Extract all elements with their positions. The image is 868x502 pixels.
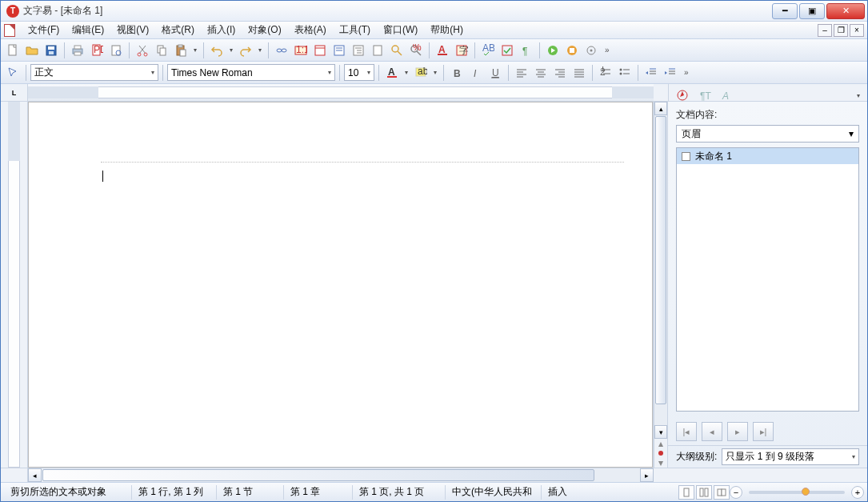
menu-help[interactable]: 帮助(H) bbox=[424, 22, 470, 38]
font-color-button[interactable]: A bbox=[434, 42, 451, 59]
menu-insert[interactable]: 插入(I) bbox=[201, 22, 242, 38]
copy-button[interactable] bbox=[153, 42, 170, 59]
play-button[interactable] bbox=[544, 42, 562, 59]
view-book-button[interactable] bbox=[714, 485, 730, 500]
scroll-right-button[interactable]: ▸ bbox=[640, 468, 654, 482]
zoom-out-button[interactable]: − bbox=[730, 486, 742, 499]
scroll-up-button[interactable]: ▴ bbox=[654, 102, 667, 115]
cut-button[interactable] bbox=[134, 42, 151, 59]
toolbar-overflow[interactable]: » bbox=[602, 46, 613, 54]
open-button[interactable] bbox=[23, 42, 41, 59]
content-list[interactable]: 未命名 1 bbox=[676, 147, 859, 412]
align-center-button[interactable] bbox=[532, 64, 550, 82]
increase-indent-button[interactable] bbox=[662, 64, 679, 82]
nav-first-button[interactable]: |◂ bbox=[676, 422, 697, 441]
zoom-100-button[interactable]: 1:1 bbox=[292, 42, 310, 59]
undo-button[interactable] bbox=[208, 42, 226, 59]
view-normal-button[interactable] bbox=[311, 42, 329, 59]
undo-dropdown[interactable]: ▾ bbox=[227, 46, 235, 54]
menu-object[interactable]: 对象(O) bbox=[242, 22, 287, 38]
status-section[interactable]: 第 1 节 bbox=[217, 485, 284, 500]
scroll-down-button[interactable]: ▾ bbox=[654, 425, 667, 439]
zoom-button[interactable]: % bbox=[407, 42, 425, 59]
link-button[interactable] bbox=[273, 42, 290, 59]
toggle-check-button[interactable] bbox=[498, 42, 516, 59]
redo-dropdown[interactable]: ▾ bbox=[256, 46, 264, 54]
vertical-ruler[interactable]: 112345678 bbox=[1, 102, 28, 468]
mdi-minimize[interactable]: – bbox=[818, 24, 832, 37]
underline-button[interactable]: U bbox=[486, 64, 504, 82]
format-toolbar-overflow[interactable]: » bbox=[681, 68, 692, 77]
zoom-slider[interactable] bbox=[749, 491, 845, 494]
page[interactable] bbox=[28, 102, 653, 468]
paste-button[interactable] bbox=[172, 42, 190, 59]
vertical-scrollbar[interactable]: ▴ ▾ ▴ ▾ bbox=[654, 102, 668, 468]
prev-page-button[interactable]: ▴ bbox=[654, 439, 667, 448]
save-button[interactable] bbox=[42, 42, 60, 59]
view-web-button[interactable] bbox=[330, 42, 348, 59]
minimize-button[interactable]: ━ bbox=[772, 3, 798, 19]
menu-edit[interactable]: 编辑(E) bbox=[66, 22, 110, 38]
menu-table[interactable]: 表格(A) bbox=[288, 22, 333, 38]
spellcheck-button[interactable]: ABC bbox=[479, 42, 497, 59]
status-page[interactable]: 第 1 页, 共 1 页 bbox=[353, 485, 446, 500]
status-mode[interactable]: 插入 bbox=[542, 485, 594, 500]
maximize-button[interactable]: ▣ bbox=[799, 3, 825, 19]
bold-button[interactable]: B bbox=[448, 64, 466, 82]
print-preview-button[interactable] bbox=[107, 42, 125, 59]
stop-button[interactable] bbox=[563, 42, 581, 59]
font-size-combo[interactable]: 10▾ bbox=[344, 64, 374, 81]
zoom-in-button[interactable]: + bbox=[851, 486, 864, 499]
paragraph-style-combo[interactable]: 正文▾ bbox=[30, 64, 158, 81]
scroll-left-button[interactable]: ◂ bbox=[28, 468, 42, 482]
menu-window[interactable]: 窗口(W) bbox=[377, 22, 424, 38]
new-button[interactable] bbox=[4, 42, 22, 59]
horizontal-scrollbar[interactable] bbox=[42, 468, 640, 482]
nonprinting-button[interactable]: ¶ bbox=[518, 42, 535, 59]
selection-tool-button[interactable] bbox=[4, 64, 22, 82]
menu-view[interactable]: 视图(V) bbox=[110, 22, 155, 38]
find-button[interactable] bbox=[388, 42, 406, 59]
bullet-list-button[interactable] bbox=[616, 64, 634, 82]
menu-format[interactable]: 格式(R) bbox=[155, 22, 201, 38]
document-area[interactable] bbox=[28, 102, 654, 468]
mdi-restore[interactable]: ❐ bbox=[834, 24, 848, 37]
horizontal-ruler[interactable]: 2112345678910111213141516 bbox=[28, 84, 654, 101]
nav-prev-button[interactable]: ◂ bbox=[702, 422, 722, 441]
nav-next-button[interactable]: ▸ bbox=[727, 422, 748, 441]
italic-button[interactable]: I bbox=[467, 64, 485, 82]
font-color-picker[interactable]: A bbox=[383, 64, 401, 82]
numbered-list-button[interactable]: 12 bbox=[597, 64, 614, 82]
menu-tools[interactable]: 工具(T) bbox=[333, 22, 377, 38]
options-button[interactable] bbox=[582, 42, 600, 59]
view-print-button[interactable] bbox=[369, 42, 386, 59]
nav-last-button[interactable]: ▸| bbox=[753, 422, 774, 441]
status-chapter[interactable]: 第 1 章 bbox=[284, 485, 353, 500]
view-single-page-button[interactable] bbox=[678, 485, 694, 500]
font-name-combo[interactable]: Times New Roman▾ bbox=[167, 64, 335, 81]
highlight-button[interactable]: ab bbox=[412, 64, 430, 82]
paste-dropdown[interactable]: ▾ bbox=[191, 46, 199, 54]
outline-level-combo[interactable]: 只显示 1 到 9 级段落 ▾ bbox=[722, 448, 859, 465]
export-pdf-button[interactable]: PDF bbox=[88, 42, 106, 59]
close-button[interactable]: ✕ bbox=[826, 3, 865, 19]
align-right-button[interactable] bbox=[551, 64, 569, 82]
view-multi-page-button[interactable] bbox=[696, 485, 712, 500]
redo-button[interactable] bbox=[237, 42, 254, 59]
decrease-indent-button[interactable] bbox=[642, 64, 660, 82]
content-section-combo[interactable]: 页眉 ▾ bbox=[676, 125, 859, 143]
ruler-corner[interactable]: L bbox=[1, 84, 28, 101]
view-outline-button[interactable] bbox=[350, 42, 367, 59]
mdi-close[interactable]: × bbox=[850, 24, 864, 37]
next-page-button[interactable]: ▾ bbox=[654, 458, 667, 468]
highlight-dropdown[interactable]: ▾ bbox=[431, 69, 439, 76]
align-left-button[interactable] bbox=[513, 64, 530, 82]
font-color-dropdown[interactable]: ▾ bbox=[402, 69, 410, 76]
character-button[interactable]: 字 bbox=[453, 42, 470, 59]
print-button[interactable] bbox=[69, 42, 86, 59]
status-language[interactable]: 中文(中华人民共和 bbox=[446, 485, 542, 500]
checkbox-icon[interactable] bbox=[682, 152, 690, 161]
align-justify-button[interactable] bbox=[570, 64, 588, 82]
sidebar-menu[interactable]: ▾ bbox=[854, 92, 862, 99]
list-item[interactable]: 未命名 1 bbox=[677, 148, 858, 164]
